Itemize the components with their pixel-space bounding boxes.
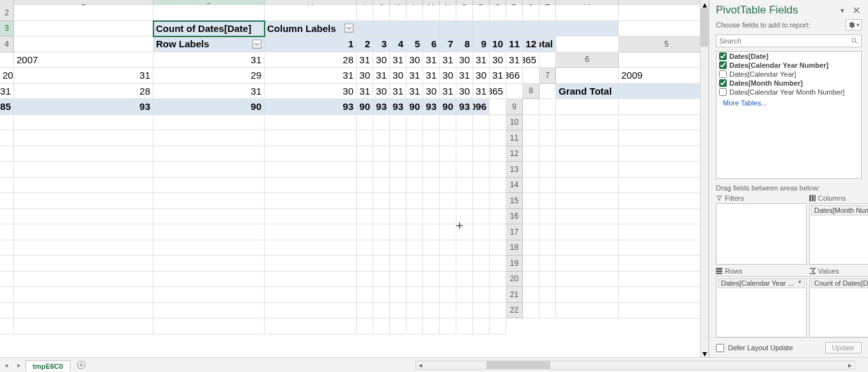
defer-layout-checkbox[interactable] xyxy=(716,344,724,352)
filters-area[interactable]: Filters xyxy=(716,194,807,265)
row-header[interactable]: 16 xyxy=(506,209,523,225)
pivot-row-label[interactable]: 2009 xyxy=(619,68,709,84)
more-tables-link[interactable]: More Tables... xyxy=(717,97,861,108)
scroll-right-icon[interactable]: ▸ xyxy=(846,361,855,369)
field-checkbox[interactable] xyxy=(719,88,727,96)
overall-grand-total[interactable]: 1096 xyxy=(473,99,490,115)
field-item[interactable]: Dates[Date] xyxy=(717,52,861,61)
pane-title: PivotTable Fields xyxy=(716,4,833,17)
row-header[interactable]: 7 xyxy=(539,68,556,84)
svg-rect-1 xyxy=(809,195,811,201)
columns-icon xyxy=(809,195,816,201)
values-area[interactable]: Values Count of Dates[Date] xyxy=(809,267,868,337)
pivot-count-label[interactable]: Count of Dates[Date] xyxy=(153,21,265,37)
gear-icon[interactable]: ▾ xyxy=(846,19,862,31)
field-checkbox[interactable] xyxy=(719,70,727,78)
row-header[interactable]: 15 xyxy=(506,193,523,209)
field-item[interactable]: Dates[Calendar Year Number] xyxy=(717,61,861,70)
scroll-up-icon[interactable]: ▴ xyxy=(701,0,709,8)
column-labels-dropdown[interactable] xyxy=(345,24,353,33)
svg-rect-2 xyxy=(812,195,814,201)
svg-point-0 xyxy=(852,38,856,42)
sigma-icon xyxy=(809,268,816,274)
columns-chip[interactable]: Dates[Month Number] xyxy=(811,205,868,215)
scroll-thumb[interactable] xyxy=(486,361,550,369)
row-header[interactable]: 12 xyxy=(506,146,523,162)
scroll-down-icon[interactable]: ▾ xyxy=(701,349,709,357)
pivot-row-label[interactable]: 2007 xyxy=(14,52,153,68)
search-input[interactable] xyxy=(717,37,848,45)
pane-options-dropdown[interactable]: ▾ xyxy=(837,5,848,15)
svg-rect-5 xyxy=(716,270,722,272)
grand-total-row-label[interactable]: Grand Total xyxy=(556,84,619,100)
row-header[interactable]: 22 xyxy=(506,303,523,319)
add-sheet-button[interactable] xyxy=(74,358,88,372)
row-header[interactable]: 18 xyxy=(506,240,523,256)
svg-rect-4 xyxy=(716,268,722,270)
filter-icon xyxy=(716,195,722,201)
field-item[interactable]: Dates[Calendar Year] xyxy=(717,70,861,79)
field-checkbox[interactable] xyxy=(719,52,727,60)
pivot-row-labels[interactable]: Row Labels xyxy=(153,36,265,52)
tab-nav-next[interactable]: ▸ xyxy=(13,358,26,372)
svg-rect-3 xyxy=(814,195,816,201)
scroll-thumb[interactable] xyxy=(701,8,708,47)
row-header[interactable]: 14 xyxy=(506,178,523,194)
scroll-left-icon[interactable]: ◂ xyxy=(416,361,425,369)
grand-total-col-header[interactable]: Grand Total xyxy=(539,36,556,52)
search-icon[interactable] xyxy=(848,37,861,45)
field-checkbox[interactable] xyxy=(719,61,727,69)
field-list[interactable]: Dates[Date] Dates[Calendar Year Number] … xyxy=(716,51,862,179)
column-header-row[interactable]: F G H I J K L M N O P Q R S T U xyxy=(0,0,708,5)
row-header[interactable]: 5 xyxy=(619,36,709,52)
field-checkbox[interactable] xyxy=(719,79,727,87)
defer-layout-label: Defer Layout Update xyxy=(728,344,793,352)
field-item[interactable]: Dates[Calendar Year Month Number] xyxy=(717,88,861,97)
rows-area[interactable]: Rows Dates[Calendar Year ... xyxy=(716,267,807,337)
field-search[interactable] xyxy=(716,35,862,47)
close-icon[interactable] xyxy=(851,5,862,15)
rows-chip[interactable]: Dates[Calendar Year ... xyxy=(718,278,805,288)
sheet-tab-strip[interactable]: ◂ ▸ tmpE6C0 ◂ ▸ xyxy=(0,357,868,372)
rows-icon xyxy=(716,268,722,274)
columns-area[interactable]: Columns Dates[Month Number] xyxy=(809,194,868,265)
row-header[interactable]: 2 xyxy=(0,5,14,21)
row-header[interactable]: 4 xyxy=(0,36,14,52)
update-button[interactable]: Update xyxy=(825,342,862,353)
pivottable-fields-pane: PivotTable Fields ▾ Choose fields to add… xyxy=(709,0,868,357)
choose-fields-label: Choose fields to add to report: xyxy=(716,21,810,29)
row-header[interactable]: 19 xyxy=(506,256,523,272)
values-chip[interactable]: Count of Dates[Date] xyxy=(811,278,868,288)
row-header[interactable]: 3 xyxy=(0,21,14,37)
row-header[interactable]: 10 xyxy=(506,115,523,131)
svg-rect-6 xyxy=(716,273,722,274)
cells[interactable]: 2 3 Count of Dates[Date] Column Labels 4 xyxy=(0,5,708,334)
row-header[interactable]: 8 xyxy=(523,84,539,100)
row-header[interactable]: 17 xyxy=(506,224,523,240)
sheet-tab[interactable]: tmpE6C0 xyxy=(26,360,70,371)
field-item[interactable]: Dates[Month Number] xyxy=(717,79,861,88)
drag-areas-label: Drag fields between areas below: xyxy=(709,179,868,194)
horizontal-scrollbar[interactable]: ◂ ▸ xyxy=(415,360,855,369)
row-header[interactable]: 21 xyxy=(506,287,523,303)
spreadsheet-grid[interactable]: F G H I J K L M N O P Q R S T U 2 xyxy=(0,0,709,357)
row-header[interactable]: 6 xyxy=(556,52,619,68)
row-header[interactable]: 13 xyxy=(506,162,523,178)
row-header[interactable]: 11 xyxy=(506,130,523,146)
row-header[interactable]: 9 xyxy=(506,99,523,115)
pivot-column-labels[interactable]: Column Labels xyxy=(265,21,357,37)
pivot-row-label[interactable]: 2008 xyxy=(0,68,14,84)
vertical-scrollbar[interactable]: ▴ ▾ xyxy=(700,0,708,357)
row-labels-dropdown[interactable] xyxy=(252,40,261,49)
tab-nav-prev[interactable]: ◂ xyxy=(0,358,13,372)
row-header[interactable]: 20 xyxy=(506,272,523,288)
